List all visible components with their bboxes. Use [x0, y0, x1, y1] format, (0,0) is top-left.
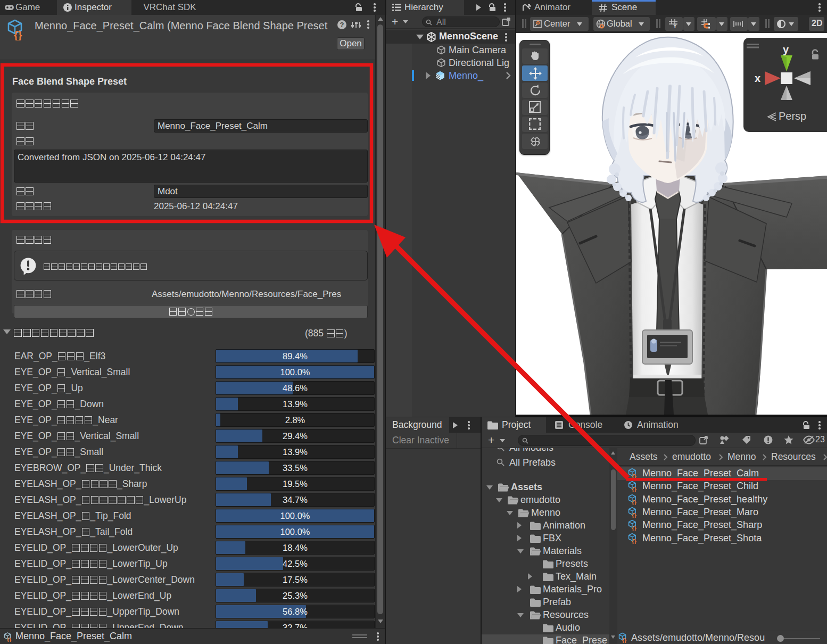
svg-text:{}: {}	[7, 637, 11, 642]
svg-text:{}: {}	[632, 512, 636, 518]
svg-text:y: y	[783, 44, 789, 55]
svg-text:{}: {}	[622, 637, 626, 643]
svg-text:{}: {}	[632, 486, 636, 492]
svg-text:{}: {}	[632, 499, 636, 505]
svg-text:{}: {}	[632, 473, 636, 479]
svg-text:{}: {}	[632, 538, 636, 543]
svg-text:x: x	[755, 72, 760, 84]
svg-text:{}: {}	[632, 525, 636, 531]
svg-text:Y: Y	[673, 23, 677, 29]
